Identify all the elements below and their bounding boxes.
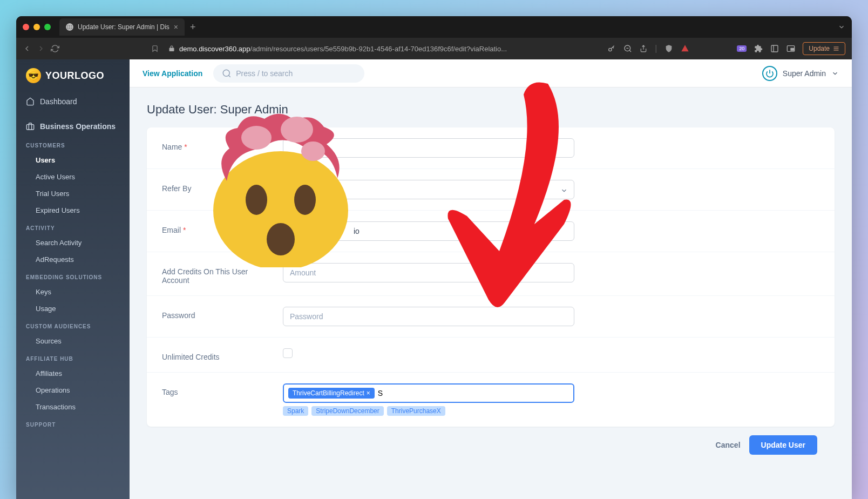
tag-suggestion[interactable]: Spark (283, 406, 308, 416)
form-row-email: Email * (147, 211, 835, 252)
search-input[interactable]: Press / to search (213, 64, 364, 83)
sidebar-item-usage[interactable]: Usage (16, 300, 130, 317)
tab-bar: Update User: Super Admin | Dis × + (16, 16, 852, 38)
section-header-customers: CUSTOMERS (16, 136, 130, 152)
refer-select[interactable] (283, 180, 574, 199)
svg-rect-8 (791, 48, 794, 50)
tags-text-input[interactable] (378, 389, 569, 397)
section-header-activity: ACTIVITY (16, 219, 130, 234)
tag-chip: ThriveCartBillingRedirect × (288, 388, 375, 399)
brave-shield-icon[interactable] (664, 44, 673, 53)
browser-tab[interactable]: Update User: Super Admin | Dis × (59, 18, 185, 36)
sidebar-item-users[interactable]: Users (16, 152, 130, 168)
traffic-lights (23, 24, 51, 30)
form-row-name: Name * (147, 127, 835, 169)
form-row-password: Password (147, 296, 835, 338)
briefcase-icon (26, 122, 35, 131)
warning-icon[interactable] (681, 44, 689, 53)
address-bar: demo.discover360.app/admin/resources/use… (16, 38, 852, 59)
svg-point-13 (223, 70, 230, 76)
sidebar-item-search-activity[interactable]: Search Activity (16, 234, 130, 251)
close-icon[interactable]: × (174, 23, 178, 31)
update-user-button[interactable]: Update User (749, 435, 817, 455)
lock-icon (168, 45, 175, 52)
pip-icon[interactable] (786, 44, 795, 53)
browser-update-button[interactable]: Update (803, 42, 845, 55)
sidebar-item-adrequests[interactable]: AdRequests (16, 251, 130, 268)
tags-input[interactable]: ThriveCartBillingRedirect × (283, 383, 574, 403)
url-bar[interactable]: demo.discover360.app/admin/resources/use… (164, 45, 602, 53)
sidebar-icon[interactable] (770, 44, 779, 53)
sidebar-item-active-users[interactable]: Active Users (16, 168, 130, 185)
svg-point-1 (609, 48, 612, 51)
email-input[interactable] (283, 221, 574, 241)
form-row-credits: Add Credits On This User Account (147, 252, 835, 296)
tab-menu-button[interactable] (838, 23, 845, 31)
tag-suggestion[interactable]: ThrivePurchaseX (387, 406, 445, 416)
home-icon (26, 97, 35, 106)
tab-title: Update User: Super Admin | Dis (78, 23, 169, 31)
key-icon[interactable] (607, 44, 616, 53)
view-application-link[interactable]: View Application (143, 69, 202, 78)
app-content: 😎 YOURLOGO Dashboard Business Operations… (16, 59, 852, 499)
section-header-embedding: EMBEDDING SOLUTIONS (16, 268, 130, 284)
remove-tag-icon[interactable]: × (367, 389, 370, 397)
svg-rect-5 (771, 45, 778, 52)
cancel-button[interactable]: Cancel (716, 441, 741, 449)
zoom-out-icon[interactable] (623, 44, 632, 53)
bookmark-icon[interactable] (151, 45, 159, 52)
content-area: Update User: Super Admin Name * Refer By (130, 87, 852, 499)
sidebar-item-sources[interactable]: Sources (16, 333, 130, 349)
logo-text: YOURLOGO (45, 70, 104, 82)
sidebar-item-business-operations[interactable]: Business Operations (16, 117, 130, 136)
user-menu[interactable]: Super Admin (762, 66, 839, 81)
svg-line-3 (629, 50, 631, 52)
window-minimize-button[interactable] (33, 24, 40, 30)
form-actions: Cancel Update User (147, 427, 835, 457)
extension-badge[interactable]: 20 (737, 45, 747, 52)
sidebar-item-trial-users[interactable]: Trial Users (16, 185, 130, 202)
sidebar: 😎 YOURLOGO Dashboard Business Operations… (16, 59, 130, 499)
sidebar-item-dashboard[interactable]: Dashboard (16, 92, 130, 111)
section-header-support: SUPPORT (16, 415, 130, 431)
power-icon (762, 66, 777, 81)
logo[interactable]: 😎 YOURLOGO (16, 59, 130, 92)
form-card: Name * Refer By Email * (147, 127, 835, 427)
page-title: Update User: Super Admin (147, 103, 835, 117)
tag-suggestion[interactable]: StripeDownDecember (311, 406, 383, 416)
credits-input[interactable] (283, 263, 574, 282)
reload-button[interactable] (51, 44, 59, 53)
back-button[interactable] (23, 44, 31, 53)
sidebar-item-keys[interactable]: Keys (16, 284, 130, 300)
main-area: View Application Press / to search Super… (130, 59, 852, 499)
share-icon[interactable] (640, 45, 647, 52)
svg-rect-12 (26, 125, 33, 130)
forward-button[interactable] (37, 44, 45, 53)
tag-suggestions: Spark StripeDownDecember ThrivePurchaseX (283, 406, 574, 416)
url-text: demo.discover360.app/admin/resources/use… (179, 45, 507, 53)
sidebar-item-affiliates[interactable]: Affiliates (16, 365, 130, 382)
section-header-affiliate: AFFILIATE HUB (16, 349, 130, 365)
svg-line-14 (229, 75, 230, 77)
window-close-button[interactable] (23, 24, 29, 30)
search-icon (222, 69, 232, 78)
new-tab-button[interactable]: + (190, 22, 196, 33)
sidebar-item-expired-users[interactable]: Expired Users (16, 202, 130, 219)
name-input[interactable] (283, 138, 574, 158)
sidebar-item-transactions[interactable]: Transactions (16, 399, 130, 415)
section-header-audiences: CUSTOM AUDIENCES (16, 317, 130, 333)
browser-window: Update User: Super Admin | Dis × + demo.… (16, 16, 852, 499)
password-input[interactable] (283, 307, 574, 326)
extensions-icon[interactable] (754, 44, 763, 53)
globe-icon (66, 23, 73, 31)
form-row-unlimited: Unlimited Credits (147, 338, 835, 373)
form-row-tags: Tags ThriveCartBillingRedirect × Spark (147, 373, 835, 427)
top-bar: View Application Press / to search Super… (130, 59, 852, 87)
form-row-refer: Refer By (147, 169, 835, 211)
sidebar-item-operations[interactable]: Operations (16, 382, 130, 399)
sunglasses-emoji-icon: 😎 (26, 68, 41, 83)
window-maximize-button[interactable] (44, 24, 51, 30)
chevron-down-icon (831, 70, 839, 77)
unlimited-checkbox[interactable] (283, 348, 293, 358)
